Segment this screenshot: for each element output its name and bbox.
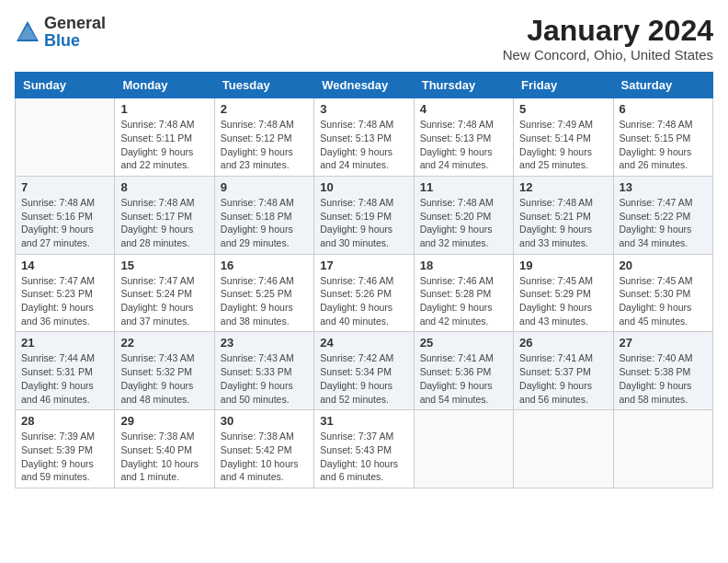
calendar-day-cell: 5Sunrise: 7:49 AMSunset: 5:14 PMDaylight… — [514, 98, 613, 177]
day-number: 2 — [221, 102, 308, 116]
day-info: Sunrise: 7:46 AMSunset: 5:25 PMDaylight:… — [221, 274, 308, 328]
day-number: 4 — [420, 102, 507, 116]
logo-general: General — [44, 14, 106, 32]
calendar-day-cell: 13Sunrise: 7:47 AMSunset: 5:22 PMDayligh… — [613, 176, 712, 254]
day-number: 26 — [519, 336, 607, 350]
day-info: Sunrise: 7:48 AMSunset: 5:11 PMDaylight:… — [120, 118, 208, 172]
day-number: 22 — [120, 336, 208, 350]
day-info: Sunrise: 7:48 AMSunset: 5:15 PMDaylight:… — [620, 118, 707, 172]
day-info: Sunrise: 7:48 AMSunset: 5:13 PMDaylight:… — [320, 118, 407, 172]
day-info: Sunrise: 7:48 AMSunset: 5:21 PMDaylight:… — [519, 196, 607, 250]
day-number: 31 — [320, 414, 407, 428]
calendar-day-cell: 8Sunrise: 7:48 AMSunset: 5:17 PMDaylight… — [115, 176, 214, 254]
day-header-saturday: Saturday — [613, 73, 712, 98]
day-info: Sunrise: 7:41 AMSunset: 5:37 PMDaylight:… — [519, 351, 607, 406]
title-area: January 2024 New Concord, Ohio, United S… — [503, 15, 713, 63]
day-info: Sunrise: 7:46 AMSunset: 5:28 PMDaylight:… — [420, 274, 507, 328]
day-number: 25 — [420, 336, 507, 350]
calendar-day-cell: 30Sunrise: 7:38 AMSunset: 5:42 PMDayligh… — [214, 410, 313, 488]
calendar-day-cell: 2Sunrise: 7:48 AMSunset: 5:12 PMDaylight… — [214, 98, 313, 177]
day-info: Sunrise: 7:47 AMSunset: 5:23 PMDaylight:… — [21, 274, 108, 328]
day-info: Sunrise: 7:44 AMSunset: 5:31 PMDaylight:… — [21, 351, 108, 406]
calendar-day-cell — [613, 410, 712, 488]
day-info: Sunrise: 7:38 AMSunset: 5:40 PMDaylight:… — [120, 430, 208, 484]
day-number: 29 — [120, 414, 208, 428]
day-number: 11 — [420, 180, 507, 194]
calendar-day-cell — [514, 410, 613, 488]
calendar-day-cell — [16, 98, 115, 177]
day-number: 7 — [21, 180, 108, 194]
day-number: 3 — [320, 102, 407, 116]
calendar-day-cell: 24Sunrise: 7:42 AMSunset: 5:34 PMDayligh… — [314, 332, 414, 410]
calendar-day-cell: 10Sunrise: 7:48 AMSunset: 5:19 PMDayligh… — [314, 176, 414, 254]
calendar-header-row: SundayMondayTuesdayWednesdayThursdayFrid… — [16, 73, 713, 98]
calendar-day-cell: 23Sunrise: 7:43 AMSunset: 5:33 PMDayligh… — [214, 332, 313, 410]
day-number: 13 — [620, 180, 707, 194]
calendar-day-cell: 6Sunrise: 7:48 AMSunset: 5:15 PMDaylight… — [613, 98, 712, 177]
calendar-day-cell — [414, 410, 513, 488]
logo: General Blue — [15, 15, 106, 50]
calendar-day-cell: 19Sunrise: 7:45 AMSunset: 5:29 PMDayligh… — [514, 254, 613, 332]
day-number: 10 — [320, 180, 407, 194]
day-info: Sunrise: 7:48 AMSunset: 5:17 PMDaylight:… — [120, 196, 208, 250]
calendar-week-row: 7Sunrise: 7:48 AMSunset: 5:16 PMDaylight… — [16, 176, 713, 254]
day-info: Sunrise: 7:41 AMSunset: 5:36 PMDaylight:… — [420, 351, 507, 406]
calendar-day-cell: 11Sunrise: 7:48 AMSunset: 5:20 PMDayligh… — [414, 176, 513, 254]
day-header-monday: Monday — [115, 73, 214, 98]
calendar-day-cell: 20Sunrise: 7:45 AMSunset: 5:30 PMDayligh… — [613, 254, 712, 332]
day-info: Sunrise: 7:40 AMSunset: 5:38 PMDaylight:… — [620, 351, 707, 406]
day-number: 18 — [420, 259, 507, 272]
svg-marker-1 — [18, 25, 37, 40]
day-info: Sunrise: 7:45 AMSunset: 5:30 PMDaylight:… — [620, 274, 707, 328]
calendar-week-row: 21Sunrise: 7:44 AMSunset: 5:31 PMDayligh… — [16, 332, 713, 410]
day-info: Sunrise: 7:48 AMSunset: 5:13 PMDaylight:… — [420, 118, 507, 172]
day-number: 14 — [21, 259, 108, 272]
calendar-day-cell: 28Sunrise: 7:39 AMSunset: 5:39 PMDayligh… — [16, 410, 115, 488]
month-title: January 2024 — [503, 15, 713, 47]
calendar-week-row: 1Sunrise: 7:48 AMSunset: 5:11 PMDaylight… — [16, 98, 713, 177]
calendar-day-cell: 22Sunrise: 7:43 AMSunset: 5:32 PMDayligh… — [115, 332, 214, 410]
day-info: Sunrise: 7:43 AMSunset: 5:33 PMDaylight:… — [221, 351, 308, 406]
day-info: Sunrise: 7:48 AMSunset: 5:19 PMDaylight:… — [320, 196, 407, 250]
day-info: Sunrise: 7:39 AMSunset: 5:39 PMDaylight:… — [21, 430, 108, 484]
calendar-day-cell: 3Sunrise: 7:48 AMSunset: 5:13 PMDaylight… — [314, 98, 414, 177]
day-info: Sunrise: 7:43 AMSunset: 5:32 PMDaylight:… — [120, 351, 208, 406]
day-info: Sunrise: 7:48 AMSunset: 5:12 PMDaylight:… — [221, 118, 308, 172]
calendar-day-cell: 25Sunrise: 7:41 AMSunset: 5:36 PMDayligh… — [414, 332, 513, 410]
calendar-day-cell: 31Sunrise: 7:37 AMSunset: 5:43 PMDayligh… — [314, 410, 414, 488]
calendar-day-cell: 12Sunrise: 7:48 AMSunset: 5:21 PMDayligh… — [514, 176, 613, 254]
location-title: New Concord, Ohio, United States — [503, 47, 713, 63]
day-info: Sunrise: 7:38 AMSunset: 5:42 PMDaylight:… — [221, 430, 308, 484]
day-header-tuesday: Tuesday — [214, 73, 313, 98]
day-info: Sunrise: 7:47 AMSunset: 5:24 PMDaylight:… — [120, 274, 208, 328]
calendar-week-row: 14Sunrise: 7:47 AMSunset: 5:23 PMDayligh… — [16, 254, 713, 332]
day-header-wednesday: Wednesday — [314, 73, 414, 98]
day-number: 20 — [620, 259, 707, 272]
day-info: Sunrise: 7:45 AMSunset: 5:29 PMDaylight:… — [519, 274, 607, 328]
calendar-day-cell: 17Sunrise: 7:46 AMSunset: 5:26 PMDayligh… — [314, 254, 414, 332]
day-number: 5 — [519, 102, 607, 116]
day-info: Sunrise: 7:48 AMSunset: 5:18 PMDaylight:… — [221, 196, 308, 250]
day-header-thursday: Thursday — [414, 73, 513, 98]
calendar-day-cell: 21Sunrise: 7:44 AMSunset: 5:31 PMDayligh… — [16, 332, 115, 410]
calendar-day-cell: 7Sunrise: 7:48 AMSunset: 5:16 PMDaylight… — [16, 176, 115, 254]
day-number: 8 — [120, 180, 208, 194]
calendar-day-cell: 15Sunrise: 7:47 AMSunset: 5:24 PMDayligh… — [115, 254, 214, 332]
day-number: 17 — [320, 259, 407, 272]
calendar-day-cell: 27Sunrise: 7:40 AMSunset: 5:38 PMDayligh… — [613, 332, 712, 410]
calendar-day-cell: 14Sunrise: 7:47 AMSunset: 5:23 PMDayligh… — [16, 254, 115, 332]
calendar-day-cell: 29Sunrise: 7:38 AMSunset: 5:40 PMDayligh… — [115, 410, 214, 488]
logo-icon — [15, 19, 40, 45]
calendar-day-cell: 18Sunrise: 7:46 AMSunset: 5:28 PMDayligh… — [414, 254, 513, 332]
calendar-day-cell: 26Sunrise: 7:41 AMSunset: 5:37 PMDayligh… — [514, 332, 613, 410]
day-number: 19 — [519, 259, 607, 272]
calendar-day-cell: 16Sunrise: 7:46 AMSunset: 5:25 PMDayligh… — [214, 254, 313, 332]
day-header-sunday: Sunday — [16, 73, 115, 98]
day-info: Sunrise: 7:46 AMSunset: 5:26 PMDaylight:… — [320, 274, 407, 328]
calendar-table: SundayMondayTuesdayWednesdayThursdayFrid… — [15, 72, 713, 488]
day-number: 28 — [21, 414, 108, 428]
day-number: 16 — [221, 259, 308, 272]
calendar-week-row: 28Sunrise: 7:39 AMSunset: 5:39 PMDayligh… — [16, 410, 713, 488]
day-number: 15 — [120, 259, 208, 272]
day-number: 12 — [519, 180, 607, 194]
